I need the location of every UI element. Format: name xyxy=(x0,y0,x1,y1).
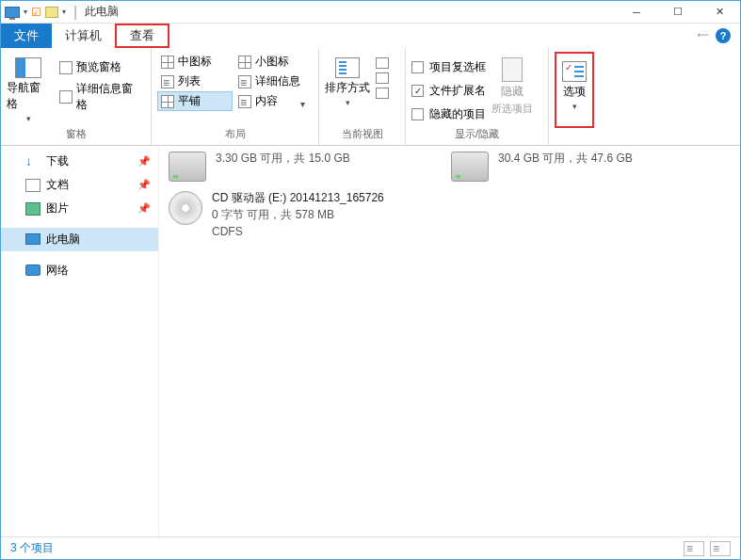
pin-icon: 📌 xyxy=(137,179,151,191)
help-icon[interactable]: ? xyxy=(716,28,731,43)
layout-group-label: 布局 xyxy=(157,125,313,145)
medium-icons-icon xyxy=(161,56,174,69)
download-icon xyxy=(25,155,40,168)
pin-icon: 📌 xyxy=(137,155,151,168)
drive-filesystem: CDFS xyxy=(212,223,384,240)
drive-item[interactable]: 3.30 GB 可用，共 15.0 GB xyxy=(169,150,413,182)
pictures-icon xyxy=(25,202,40,216)
details-icon xyxy=(238,75,251,88)
tab-file[interactable]: 文件 xyxy=(1,24,52,48)
size-columns-icon[interactable] xyxy=(376,88,389,99)
sidebar-item-thispc[interactable]: 此电脑 xyxy=(1,228,158,251)
preview-pane-icon xyxy=(59,61,72,74)
showhide-group-label: 显示/隐藏 xyxy=(411,125,542,145)
sidebar-item-downloads[interactable]: 下载 📌 xyxy=(1,150,158,173)
preview-pane-button[interactable]: 预览窗格 xyxy=(56,57,145,77)
item-checkboxes-toggle[interactable]: 项目复选框 xyxy=(411,57,486,77)
tab-view[interactable]: 查看 xyxy=(115,24,169,48)
layout-list[interactable]: 列表 xyxy=(157,72,233,91)
view-large-toggle[interactable] xyxy=(710,541,731,556)
options-icon xyxy=(562,61,587,82)
layout-more[interactable]: ▾ xyxy=(298,97,307,111)
file-extensions-toggle[interactable]: ✓文件扩展名 xyxy=(411,81,486,101)
drive-freespace: 0 字节 可用，共 578 MB xyxy=(212,206,384,223)
hidden-items-toggle[interactable]: 隐藏的项目 xyxy=(411,104,486,124)
drive-freespace: 3.30 GB 可用，共 15.0 GB xyxy=(216,150,350,167)
layout-content[interactable]: 内容 xyxy=(234,91,297,111)
group-by-icon[interactable] xyxy=(376,57,389,69)
panes-group-label: 窗格 xyxy=(7,125,145,145)
minimize-button[interactable]: ─ xyxy=(616,1,657,23)
hdd-icon xyxy=(451,152,489,182)
content-icon xyxy=(238,95,251,108)
add-columns-icon[interactable] xyxy=(376,72,389,84)
close-button[interactable]: ✕ xyxy=(699,1,740,23)
sidebar-item-pictures[interactable]: 图片 📌 xyxy=(1,197,158,220)
options-button[interactable]: 选项 ▾ xyxy=(562,56,587,111)
app-icon xyxy=(5,7,20,18)
documents-icon xyxy=(25,179,40,192)
content-area: 3.30 GB 可用，共 15.0 GB 30.4 GB 可用，共 47.6 G… xyxy=(159,146,740,536)
qat-check-icon[interactable]: ☑ xyxy=(31,6,41,19)
details-pane-button[interactable]: 详细信息窗格 xyxy=(56,79,145,115)
window-title: 此电脑 xyxy=(85,4,119,20)
qat-more[interactable]: ▾ xyxy=(62,8,66,16)
tiles-icon xyxy=(161,95,174,108)
thispc-icon xyxy=(25,233,40,247)
statusbar: 3 个项目 xyxy=(1,536,740,559)
minimize-ribbon-icon[interactable]: ⬳ xyxy=(697,29,708,42)
drive-item-cd[interactable]: CD 驱动器 (E:) 20141213_165726 0 字节 可用，共 57… xyxy=(169,189,413,240)
pin-icon: 📌 xyxy=(137,202,151,215)
small-icons-icon xyxy=(238,56,251,69)
sort-icon xyxy=(335,57,360,78)
ribbon: 导航窗格 ▾ 预览窗格 详细信息窗格 窗格 中图标 小图标 xyxy=(1,48,740,146)
layout-medium-icons[interactable]: 中图标 xyxy=(157,52,233,72)
sort-by-button[interactable]: 排序方式 ▾ xyxy=(325,52,370,125)
sidebar-item-network[interactable]: 网络 xyxy=(1,259,158,282)
view-details-toggle[interactable] xyxy=(684,541,704,556)
menu-tabs: 文件 计算机 查看 ⬳ ? xyxy=(1,24,740,48)
network-icon xyxy=(25,264,40,278)
drive-freespace: 30.4 GB 可用，共 47.6 GB xyxy=(498,150,633,167)
tab-computer[interactable]: 计算机 xyxy=(52,24,115,48)
options-highlight: 选项 ▾ xyxy=(555,52,594,128)
layout-details[interactable]: 详细信息 xyxy=(234,72,310,91)
hdd-icon xyxy=(169,152,206,182)
maximize-button[interactable]: ☐ xyxy=(657,1,699,23)
list-icon xyxy=(161,75,174,88)
layout-small-icons[interactable]: 小图标 xyxy=(234,52,310,72)
sidebar-item-documents[interactable]: 文档 📌 xyxy=(1,173,158,197)
details-pane-icon xyxy=(59,90,72,104)
navigation-sidebar: 下载 📌 文档 📌 图片 📌 此电脑 网络 xyxy=(1,146,159,536)
disc-icon xyxy=(169,191,202,225)
drive-title: CD 驱动器 (E:) 20141213_165726 xyxy=(212,189,384,206)
hide-selected-button[interactable]: 隐藏 所选项目 xyxy=(491,52,533,125)
qat-folder-icon[interactable] xyxy=(45,7,58,18)
navigation-pane-icon xyxy=(15,57,41,78)
layout-tiles[interactable]: 平铺 xyxy=(157,91,233,111)
titlebar: ▾ ☑ ▾ | 此电脑 ─ ☐ ✕ xyxy=(1,1,740,24)
drive-item[interactable]: 30.4 GB 可用，共 47.6 GB xyxy=(451,150,696,182)
currentview-group-label: 当前视图 xyxy=(325,125,399,145)
qat-dropdown[interactable]: ▾ xyxy=(24,8,27,16)
item-count: 3 个项目 xyxy=(10,540,54,556)
navigation-pane-button[interactable]: 导航窗格 ▾ xyxy=(7,52,50,125)
hide-icon xyxy=(502,57,523,82)
